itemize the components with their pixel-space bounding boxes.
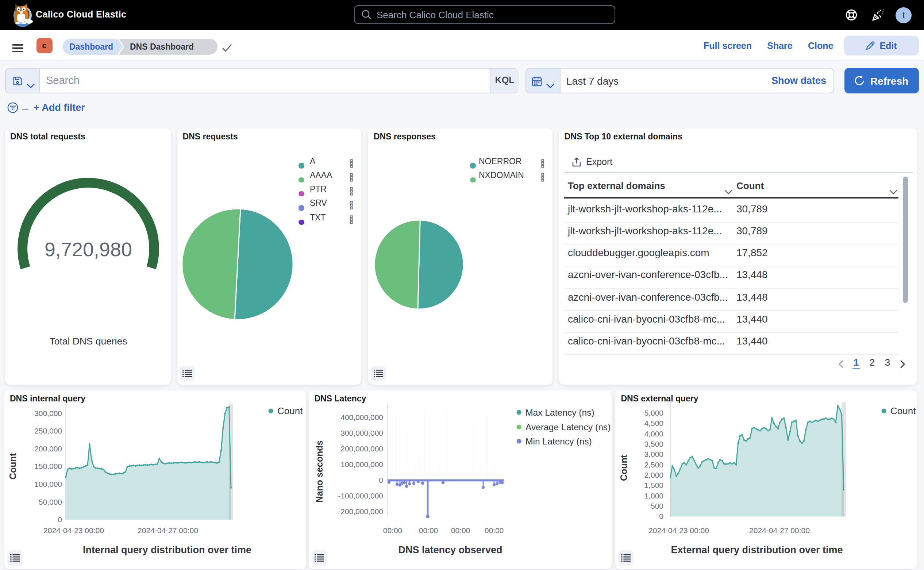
svg-text:Count: Count xyxy=(619,454,629,481)
svg-text:2024-04-23 00:00: 2024-04-23 00:00 xyxy=(43,526,104,535)
svg-text:2,500: 2,500 xyxy=(644,461,664,469)
svg-text:200,000: 200,000 xyxy=(34,444,62,453)
svg-text:Internal query distribution ov: Internal query distribution over time xyxy=(83,544,251,555)
svg-text:4,000: 4,000 xyxy=(644,429,664,438)
svg-text:300,000: 300,000 xyxy=(34,409,62,417)
svg-text:Average Latency (ns): Average Latency (ns) xyxy=(526,422,610,432)
svg-text:150,000: 150,000 xyxy=(34,462,62,470)
svg-text:Nano seconds: Nano seconds xyxy=(314,440,325,503)
svg-text:00:00: 00:00 xyxy=(485,526,504,535)
svg-text:300,000,000: 300,000,000 xyxy=(340,429,383,437)
svg-text:0: 0 xyxy=(659,512,664,520)
svg-text:3,500: 3,500 xyxy=(644,440,664,448)
svg-text:-200,000,000: -200,000,000 xyxy=(338,507,383,516)
svg-text:100,000,000: 100,000,000 xyxy=(340,460,383,469)
svg-text:Count: Count xyxy=(890,405,916,416)
svg-text:5,000: 5,000 xyxy=(644,409,664,417)
svg-text:-100,000,000: -100,000,000 xyxy=(338,492,383,500)
svg-text:50,000: 50,000 xyxy=(39,498,62,506)
svg-text:2,000: 2,000 xyxy=(644,471,664,479)
svg-text:0: 0 xyxy=(379,476,383,484)
svg-text:9,720,980: 9,720,980 xyxy=(44,238,132,260)
svg-text:00:00: 00:00 xyxy=(419,526,438,535)
svg-text:00:00: 00:00 xyxy=(383,526,403,535)
svg-text:4,500: 4,500 xyxy=(644,419,664,428)
svg-text:1,000: 1,000 xyxy=(644,492,664,500)
svg-text:400,000,000: 400,000,000 xyxy=(340,413,383,421)
svg-text:00:00: 00:00 xyxy=(451,526,470,535)
svg-text:2024-04-27 00:00: 2024-04-27 00:00 xyxy=(138,526,198,535)
svg-text:External query distribution ov: External query distribution over time xyxy=(671,544,843,555)
svg-text:Count: Count xyxy=(277,405,303,416)
svg-text:2024-04-27 00:00: 2024-04-27 00:00 xyxy=(749,526,810,535)
svg-text:1,500: 1,500 xyxy=(644,481,664,489)
svg-text:3,000: 3,000 xyxy=(644,450,664,458)
svg-text:0: 0 xyxy=(58,515,62,524)
svg-text:100,000: 100,000 xyxy=(34,480,62,488)
svg-text:Count: Count xyxy=(8,453,18,480)
svg-text:DNS latency observed: DNS latency observed xyxy=(398,544,502,555)
svg-text:500: 500 xyxy=(651,502,664,510)
svg-text:200,000,000: 200,000,000 xyxy=(340,444,383,453)
svg-text:Max Latency (ns): Max Latency (ns) xyxy=(526,408,595,417)
svg-text:2024-04-23 00:00: 2024-04-23 00:00 xyxy=(648,526,709,535)
svg-text:250,000: 250,000 xyxy=(34,427,62,435)
svg-text:Total DNS queries: Total DNS queries xyxy=(49,336,127,346)
svg-text:Min Latency (ns): Min Latency (ns) xyxy=(526,437,592,446)
